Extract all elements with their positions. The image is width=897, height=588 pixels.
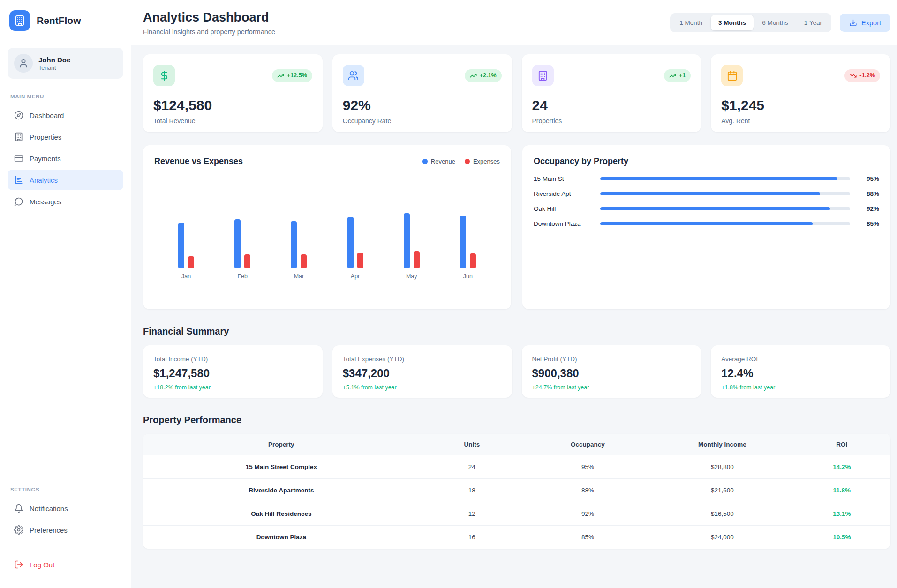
stat-label: Occupancy Rate	[343, 117, 502, 125]
occupancy-value: 88%	[857, 190, 879, 197]
occupancy-property-label: 15 Main St	[534, 175, 594, 182]
period-button-3-months[interactable]: 3 Months	[711, 15, 754, 30]
column-header-monthly-income: Monthly Income	[651, 434, 793, 455]
expenses-bar	[301, 254, 307, 268]
occupancy-row: Oak Hill92%	[534, 201, 879, 216]
cell-roi: 10.5%	[793, 526, 890, 549]
sidebar-item-label: Analytics	[30, 176, 58, 184]
occupancy-bar-track	[600, 207, 850, 210]
sidebar-item-label: Dashboard	[30, 112, 64, 119]
financial-summary-title: Financial Summary	[143, 326, 890, 337]
table-row: Oak Hill Residences 12 92% $16,500 13.1%	[143, 502, 890, 526]
fin-label: Average ROI	[721, 356, 880, 363]
badge-value: +12.5%	[287, 72, 307, 79]
x-axis-label: Jun	[463, 273, 473, 280]
occupancy-property-label: Downtown Plaza	[534, 220, 594, 227]
bar-group: Jun	[460, 216, 476, 280]
x-axis-label: May	[406, 273, 417, 280]
cell-property: Downtown Plaza	[143, 526, 420, 549]
legend-dot	[422, 159, 428, 164]
expenses-bar	[357, 253, 363, 268]
fin-value: $1,247,580	[153, 367, 312, 380]
bell-icon	[14, 504, 23, 513]
cell-units: 18	[420, 479, 524, 502]
main-menu: Dashboard Properties Payments Analytics …	[8, 105, 123, 213]
cell-occupancy: 95%	[524, 455, 651, 479]
user-card[interactable]: John Doe Tenant	[8, 48, 123, 79]
export-button[interactable]: Export	[840, 14, 890, 32]
sidebar-item-messages[interactable]: Messages	[8, 191, 123, 212]
column-header-property: Property	[143, 434, 420, 455]
trend-badge: +1	[664, 69, 691, 82]
legend-item: Revenue	[422, 158, 455, 165]
occupancy-bar-fill	[600, 177, 837, 180]
fin-card-total-expenses: Total Expenses (YTD) $347,200 +5.1% from…	[332, 345, 512, 398]
sidebar-item-label: Properties	[30, 133, 61, 141]
fin-value: $900,380	[532, 367, 691, 380]
period-button-1-month[interactable]: 1 Month	[672, 15, 710, 30]
sidebar-item-dashboard[interactable]: Dashboard	[8, 105, 123, 126]
logout-icon	[14, 560, 23, 569]
fin-label: Net Profit (YTD)	[532, 356, 691, 363]
cell-property: Riverside Apartments	[143, 479, 420, 502]
cell-property: 15 Main Street Complex	[143, 455, 420, 479]
occupancy-bar-fill	[600, 207, 830, 210]
table-row: 15 Main Street Complex 24 95% $28,800 14…	[143, 455, 890, 479]
column-header-units: Units	[420, 434, 524, 455]
cell-property: Oak Hill Residences	[143, 502, 420, 526]
sidebar-item-properties[interactable]: Properties	[8, 127, 123, 147]
cell-income: $16,500	[651, 502, 793, 526]
building-icon	[14, 132, 23, 141]
sidebar-item-preferences[interactable]: Preferences	[8, 520, 123, 540]
cell-occupancy: 92%	[524, 502, 651, 526]
fin-change: +24.7% from last year	[532, 384, 691, 391]
occupancy-rows: 15 Main St95%Riverside Apt88%Oak Hill92%…	[534, 171, 879, 231]
bar-group: Feb	[234, 219, 250, 280]
bar-group: Jan	[178, 223, 194, 280]
occupancy-bar-track	[600, 222, 850, 225]
chart-title: Revenue vs Expenses	[154, 156, 243, 166]
cell-occupancy: 85%	[524, 526, 651, 549]
settings-label: SETTINGS	[10, 487, 121, 492]
stat-label: Properties	[532, 117, 691, 125]
message-icon	[14, 197, 23, 206]
user-name: John Doe	[38, 56, 70, 64]
page-header: Analytics Dashboard Financial insights a…	[131, 0, 897, 45]
stat-cards-row: +12.5% $124,580 Total Revenue +2.1%	[143, 54, 890, 132]
legend-label: Expenses	[473, 158, 500, 165]
cell-units: 12	[420, 502, 524, 526]
fin-label: Total Expenses (YTD)	[343, 356, 502, 363]
cell-units: 24	[420, 455, 524, 479]
revenue-bar	[291, 221, 297, 268]
cell-income: $28,800	[651, 455, 793, 479]
download-icon	[849, 19, 857, 27]
main-menu-label: MAIN MENU	[10, 94, 121, 99]
calendar-icon	[721, 65, 743, 86]
cell-occupancy: 88%	[524, 479, 651, 502]
revenue-expenses-chart: Revenue vs Expenses RevenueExpenses JanF…	[143, 145, 511, 309]
expenses-bar	[244, 254, 250, 268]
period-button-6-months[interactable]: 6 Months	[754, 15, 796, 30]
cell-roi: 13.1%	[793, 502, 890, 526]
stat-label: Total Revenue	[153, 117, 312, 125]
financial-summary-row: Total Income (YTD) $1,247,580 +18.2% fro…	[143, 345, 890, 398]
user-role: Tenant	[38, 65, 70, 71]
occupancy-value: 85%	[857, 220, 879, 227]
logout-button[interactable]: Log Out	[8, 554, 123, 575]
sidebar-item-notifications[interactable]: Notifications	[8, 498, 123, 519]
users-icon	[343, 65, 364, 86]
trend-badge: +12.5%	[272, 69, 312, 82]
sidebar-item-payments[interactable]: Payments	[8, 148, 123, 169]
stat-card-occupancy-rate: +2.1% 92% Occupancy Rate	[332, 54, 512, 132]
sidebar-item-label: Notifications	[30, 505, 68, 513]
x-axis-label: Jan	[181, 273, 191, 280]
fin-card-total-income: Total Income (YTD) $1,247,580 +18.2% fro…	[143, 345, 323, 398]
x-axis-label: Feb	[237, 273, 248, 280]
sidebar-item-analytics[interactable]: Analytics	[8, 170, 123, 190]
credit-card-icon	[14, 154, 23, 163]
revenue-bar	[347, 217, 354, 268]
period-button-1-year[interactable]: 1 Year	[797, 15, 829, 30]
revenue-expenses-plot: JanFebMarAprMayJun	[154, 173, 500, 280]
legend-dot	[465, 159, 470, 164]
trending-up-icon	[277, 72, 284, 79]
